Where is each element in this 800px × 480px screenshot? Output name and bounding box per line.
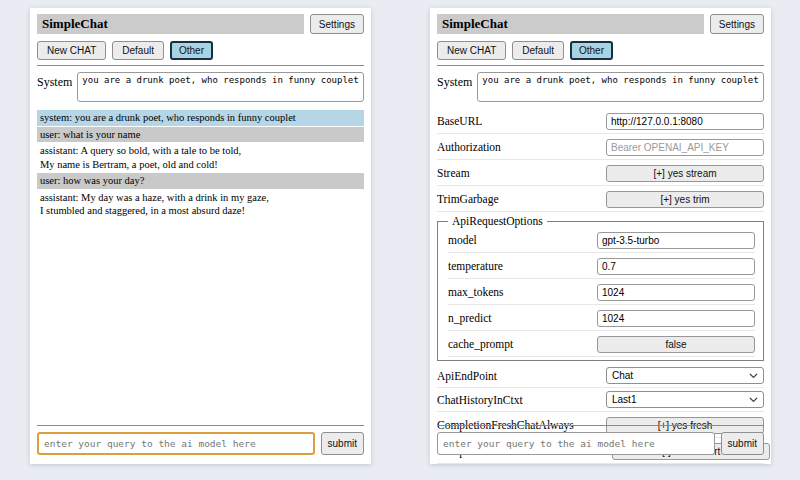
divider — [437, 65, 764, 66]
chevron-down-icon — [749, 397, 758, 403]
settings-panel: SimpleChat Settings New CHAT Default Oth… — [430, 8, 771, 464]
setting-label: ApiEndPoint — [437, 370, 606, 382]
select-value: Last1 — [612, 394, 636, 405]
chevron-down-icon — [749, 373, 758, 379]
setting-label: model — [448, 234, 597, 246]
setting-row-temperature: temperature — [448, 253, 755, 279]
setting-label: Stream — [437, 167, 606, 179]
query-area: submit — [37, 425, 364, 455]
titlebar: SimpleChat Settings — [37, 14, 364, 34]
setting-row-chat-history-in-ctxt: ChatHistoryInCtxt Last1 — [437, 388, 764, 412]
chat-message-user: user: what is your name — [37, 127, 364, 143]
query-area: submit — [437, 425, 764, 455]
system-label: System — [37, 72, 72, 102]
session-toolbar: New CHAT Default Other — [437, 41, 764, 60]
setting-label: temperature — [448, 260, 597, 272]
setting-row-cache-prompt: cache_prompt false — [448, 331, 755, 357]
setting-row-baseurl: BaseURL — [437, 108, 764, 134]
setting-label: Authorization — [437, 141, 606, 153]
setting-row-n-predict: n_predict — [448, 305, 755, 331]
setting-row-max-tokens: max_tokens — [448, 279, 755, 305]
chat-message-list: system: you are a drunk poet, who respon… — [37, 110, 364, 219]
select-value: Chat — [612, 370, 633, 381]
max-tokens-input[interactable] — [597, 284, 755, 301]
setting-row-authorization: Authorization — [437, 134, 764, 160]
app-title: SimpleChat — [37, 14, 304, 34]
system-prompt-row: System you are a drunk poet, who respond… — [37, 72, 364, 102]
system-label: System — [437, 72, 472, 102]
setting-row-model: model — [448, 227, 755, 253]
session-button-default[interactable]: Default — [512, 41, 564, 60]
n-predict-input[interactable] — [597, 310, 755, 327]
api-request-options-legend: ApiRequestOptions — [448, 215, 547, 227]
query-input[interactable] — [437, 432, 715, 455]
trimgarbage-toggle-button[interactable]: [+] yes trim — [606, 191, 764, 208]
authorization-input[interactable] — [606, 139, 764, 156]
model-input[interactable] — [597, 232, 755, 249]
temperature-input[interactable] — [597, 258, 755, 275]
settings-button[interactable]: Settings — [310, 14, 364, 34]
session-toolbar: New CHAT Default Other — [37, 41, 364, 60]
setting-row-stream: Stream [+] yes stream — [437, 160, 764, 186]
cache-prompt-toggle-button[interactable]: false — [597, 336, 755, 353]
system-prompt-row: System you are a drunk poet, who respond… — [437, 72, 764, 102]
setting-row-trimgarbage: TrimGarbage [+] yes trim — [437, 186, 764, 212]
divider — [37, 65, 364, 66]
submit-button[interactable]: submit — [321, 432, 364, 455]
chat-message-assistant: assistant: My day was a haze, with a dri… — [37, 190, 364, 219]
new-chat-button[interactable]: New CHAT — [37, 41, 106, 60]
stream-toggle-button[interactable]: [+] yes stream — [606, 165, 764, 182]
chat-panel: SimpleChat Settings New CHAT Default Oth… — [30, 8, 371, 464]
setting-label: ChatHistoryInCtxt — [437, 394, 606, 406]
session-button-other[interactable]: Other — [570, 41, 613, 60]
session-button-default[interactable]: Default — [112, 41, 164, 60]
session-button-other[interactable]: Other — [170, 41, 213, 60]
system-prompt-input[interactable]: you are a drunk poet, who responds in fu… — [77, 72, 364, 102]
titlebar: SimpleChat Settings — [437, 14, 764, 34]
divider — [37, 425, 364, 426]
chat-message-system: system: you are a drunk poet, who respon… — [37, 110, 364, 126]
setting-label: TrimGarbage — [437, 193, 606, 205]
query-input[interactable] — [37, 432, 315, 455]
setting-label: n_predict — [448, 312, 597, 324]
baseurl-input[interactable] — [606, 113, 764, 130]
new-chat-button[interactable]: New CHAT — [437, 41, 506, 60]
submit-button[interactable]: submit — [721, 432, 764, 455]
api-endpoint-select[interactable]: Chat — [606, 367, 764, 384]
api-request-options-group: ApiRequestOptions model temperature max_… — [437, 215, 764, 361]
chat-message-assistant: assistant: A query so bold, with a tale … — [37, 143, 364, 172]
divider — [437, 425, 764, 426]
setting-label: max_tokens — [448, 286, 597, 298]
setting-row-api-endpoint: ApiEndPoint Chat — [437, 364, 764, 388]
system-prompt-input[interactable]: you are a drunk poet, who responds in fu… — [477, 72, 764, 102]
settings-button[interactable]: Settings — [710, 14, 764, 34]
setting-label: cache_prompt — [448, 338, 597, 350]
chat-history-select[interactable]: Last1 — [606, 391, 764, 408]
setting-label: BaseURL — [437, 115, 606, 127]
settings-list: BaseURL Authorization Stream [+] yes str… — [437, 108, 764, 464]
chat-message-user: user: how was your day? — [37, 173, 364, 189]
app-title: SimpleChat — [437, 14, 704, 34]
